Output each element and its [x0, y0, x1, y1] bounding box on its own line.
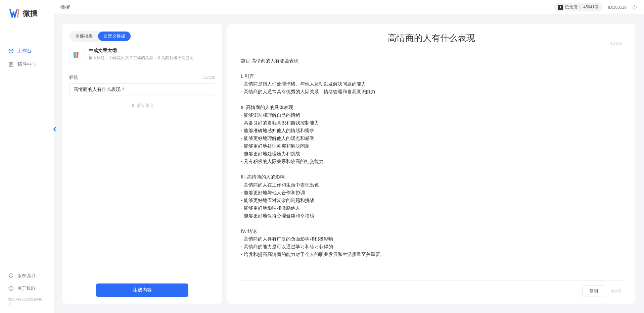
output-body[interactable]: 题目:高情商的人有哪些表现 I. 引言 - 高情商是指人们处理情绪、与他人互动以…	[241, 57, 622, 274]
copy-button[interactable]: 复制	[582, 285, 605, 297]
header-right: T 已使用： 45641字 ID:100519	[554, 3, 637, 11]
nav-docs[interactable]: 稿件中心	[0, 58, 54, 71]
nav-copyright[interactable]: 版权说明	[0, 269, 54, 282]
nav-about[interactable]: 关于我们	[0, 282, 54, 295]
cube-icon	[8, 48, 14, 54]
title-label: 标题	[69, 74, 78, 81]
user-id: ID:100519	[608, 5, 627, 10]
output-title[interactable]: 高情商的人有什么表现	[241, 32, 622, 44]
svg-rect-9	[77, 52, 79, 58]
info-icon	[8, 285, 14, 292]
nav-label: 版权说明	[17, 273, 35, 279]
nav-workbench[interactable]: 工作台	[0, 44, 54, 58]
shield-icon	[8, 273, 14, 279]
t-badge-icon: T	[558, 5, 563, 10]
logo-icon	[9, 8, 20, 19]
form-section: 标题 11/100 语音录入	[62, 69, 222, 283]
svg-rect-8	[75, 52, 77, 58]
page-title: 微撰	[60, 4, 70, 10]
tab-custom-templates[interactable]: 自定义模板	[98, 32, 131, 41]
tab-all-templates[interactable]: 全部模板	[70, 32, 98, 41]
generate-button[interactable]: 生成内容	[96, 283, 188, 297]
usage-pill[interactable]: T 已使用： 45641字	[554, 3, 602, 11]
title-input[interactable]	[69, 83, 215, 96]
logo: 微撰	[0, 0, 54, 24]
nav-label: 稿件中心	[17, 61, 36, 67]
word-count: 404字	[611, 289, 622, 294]
usage-prefix: 已使用：	[565, 4, 581, 10]
sidebar-footer: 版权说明 关于我们 鄂ICP备2022016946号	[0, 269, 54, 313]
right-panel: 高情商的人有什么表现 10/100 题目:高情商的人有哪些表现 I. 引言 - …	[227, 24, 635, 304]
title-count: 11/100	[203, 75, 215, 80]
logo-text: 微撰	[23, 8, 38, 18]
main: 微撰 T 已使用： 45641字 ID:100519 全部模板 自定义模板	[54, 0, 644, 313]
mic-icon	[131, 103, 135, 108]
icp-text: 鄂ICP备2022016946号	[0, 295, 54, 309]
nav-menu: 工作台 稿件中心	[0, 24, 54, 269]
nav-label: 工作台	[17, 48, 32, 54]
books-icon	[69, 48, 84, 62]
svg-rect-10	[132, 104, 134, 106]
nav-label: 关于我们	[17, 285, 35, 292]
template-card[interactable]: 生成文章大纲 输入标题，为你提供文章主体的灵感，并为其创建推文提纲	[62, 48, 222, 69]
document-icon	[8, 61, 14, 67]
content: 全部模板 自定义模板 生成文章大纲 输入标题，为你提供文章主体的灵感，并为其创建…	[54, 15, 644, 313]
left-panel: 全部模板 自定义模板 生成文章大纲 输入标题，为你提供文章主体的灵感，并为其创建…	[62, 24, 222, 304]
usage-value: 45641字	[583, 4, 598, 10]
template-title: 生成文章大纲	[89, 48, 215, 54]
template-desc: 输入标题，为你提供文章主体的灵感，并为其创建推文提纲	[89, 55, 215, 61]
form-label-row: 标题 11/100	[69, 74, 215, 81]
voice-label: 语音录入	[137, 103, 154, 109]
voice-input-button[interactable]: 语音录入	[69, 103, 215, 109]
template-info: 生成文章大纲 输入标题，为你提供文章主体的灵感，并为其创建推文提纲	[89, 48, 215, 61]
power-icon[interactable]	[632, 5, 637, 10]
template-tabs: 全部模板 自定义模板	[69, 31, 131, 42]
output-title-count: 10/100	[610, 41, 622, 45]
svg-rect-7	[74, 52, 75, 58]
output-title-row: 高情商的人有什么表现 10/100	[241, 32, 622, 51]
top-header: 微撰 T 已使用： 45641字 ID:100519	[54, 0, 644, 15]
sidebar: 微撰 工作台 稿件中心 版权说明	[0, 0, 54, 313]
collapse-handle[interactable]	[52, 126, 57, 132]
output-footer: 复制 404字	[241, 280, 622, 297]
